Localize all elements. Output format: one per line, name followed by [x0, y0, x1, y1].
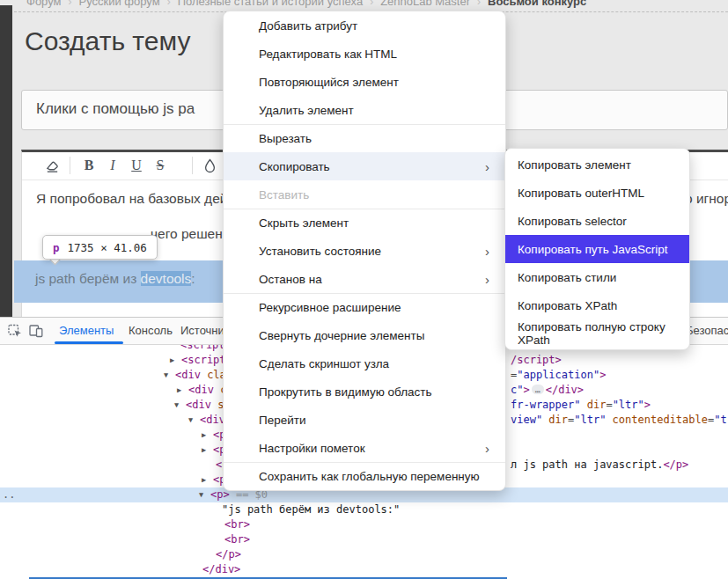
tooltip-dimensions: 1735 × 41.06: [68, 241, 147, 254]
device-toolbar-icon[interactable]: [29, 324, 43, 338]
highlighted-paragraph: js path берём из devtools:: [35, 271, 195, 287]
topic-title-value: Клики с помощью js pa: [36, 100, 195, 118]
bold-glyph: B: [85, 158, 94, 173]
droplet-icon-svg: [203, 158, 217, 173]
context-menu-item-force-state[interactable]: Установить состояние›: [224, 237, 505, 265]
context-menu-item-hide-element[interactable]: Скрыть элемент: [224, 209, 505, 237]
code-token: <div: [188, 384, 214, 396]
dom-tree-line[interactable]: <br>: [0, 532, 728, 547]
menu-item-label: Прокрутить в видимую область: [259, 385, 432, 399]
context-menu-item-expand-recursively[interactable]: Рекурсивное расширение: [224, 293, 505, 321]
menu-item-label: Останов на: [259, 273, 322, 286]
code-token: <br>: [224, 518, 250, 531]
context-menu-item-capture-node-screenshot[interactable]: Сделать скриншот узла: [224, 349, 505, 377]
context-menu-item-repeating-element[interactable]: Повторяющийся элемент: [224, 68, 505, 96]
tree-toggle-icon[interactable]: ▶: [202, 473, 213, 487]
code-token: <div: [175, 369, 201, 381]
underline-glyph: U: [131, 158, 142, 173]
breadcrumb-item-forum[interactable]: Форум: [26, 0, 62, 8]
inspect-element-icon[interactable]: [8, 324, 22, 338]
menu-item-label: Сделать скриншот узла: [259, 357, 389, 370]
inspect-icon-svg: [8, 324, 22, 338]
code-token: </p>: [216, 548, 241, 561]
submenu-item-copy-full-xpath[interactable]: Копировать полную строку XPath: [505, 319, 689, 348]
code-token: <br>: [224, 533, 250, 546]
tree-toggle-icon[interactable]: ▶: [202, 428, 213, 443]
breadcrumb-item-russian-forum[interactable]: Русский форум: [79, 0, 160, 8]
context-menu-item-cut[interactable]: Вырезать: [224, 124, 505, 152]
context-menu-item-scroll-into-view[interactable]: Прокрутить в видимую область: [224, 377, 505, 406]
underline-button[interactable]: U: [124, 155, 149, 176]
menu-item-label: Удалить элемент: [259, 104, 354, 117]
submenu-item-copy-js-path[interactable]: Копировать путь JavaScript: [505, 235, 689, 263]
element-size-tooltip: p 1735 × 41.06: [42, 235, 158, 260]
submenu-item-copy-styles[interactable]: Копировать стили: [505, 263, 689, 291]
context-menu-item-add-attribute[interactable]: Добавить атрибут: [224, 11, 505, 40]
tree-toggle-icon[interactable]: ▶: [202, 443, 213, 458]
menu-item-label: Перейти: [259, 414, 306, 427]
breadcrumb-separator-icon: ›: [167, 0, 171, 8]
code-token: </div>: [546, 384, 584, 396]
submenu-item-copy-element[interactable]: Копировать элемент: [505, 150, 689, 179]
tree-toggle-icon[interactable]: ▼: [199, 487, 210, 502]
screenshot-root: Форум›Русский форум›Полезные статьи и ис…: [0, 0, 728, 579]
dom-tree-line[interactable]: </p>: [0, 547, 728, 562]
submenu-chevron-icon: ›: [485, 244, 489, 259]
tree-toggle-icon[interactable]: ▼: [188, 413, 200, 428]
context-menu-item-break-on[interactable]: Останов на›: [224, 265, 505, 293]
context-menu-item-store-as-global[interactable]: Сохранить как глобальную переменную: [224, 462, 505, 490]
submenu-item-copy-outerhtml[interactable]: Копировать outerHTML: [505, 179, 689, 207]
tab-elements[interactable]: Элементы: [59, 324, 114, 337]
context-menu-item-edit-as-html[interactable]: Редактировать как HTML: [224, 40, 505, 68]
menu-item-label: Установить состояние: [259, 245, 381, 258]
dom-tree-line[interactable]: "js path берём из devtools:": [0, 502, 728, 517]
menu-item-label: Редактировать как HTML: [259, 48, 397, 61]
menu-item-label: Копировать путь JavaScript: [518, 243, 668, 256]
code-token: "true": [714, 414, 728, 426]
breadcrumb-item-zennolab-master[interactable]: ZennoLab Master: [380, 0, 470, 8]
dom-tree-line[interactable]: <br>: [0, 517, 728, 532]
dom-tree-line[interactable]: </div>: [0, 562, 728, 577]
context-menu-item-collapse-children[interactable]: Свернуть дочерние элементы: [224, 321, 505, 349]
highlighted-text: :: [191, 271, 195, 286]
inline-expand-icon[interactable]: …: [532, 385, 544, 394]
tree-toggle-icon[interactable]: ▶: [170, 353, 181, 368]
toolbar-divider: [70, 157, 70, 174]
code-token: dir: [542, 414, 568, 426]
menu-item-label: Вырезать: [259, 132, 312, 145]
context-menu-item-focus[interactable]: Перейти: [224, 406, 505, 434]
tab-security[interactable]: Безопасность: [686, 324, 728, 337]
post-paragraph-fragment: о игнор: [685, 191, 728, 207]
strikethrough-button[interactable]: S: [148, 155, 173, 176]
breadcrumb-item-articles[interactable]: Полезные статьи и истории успеха: [178, 0, 363, 8]
tab-console[interactable]: Консоль: [129, 324, 173, 337]
menu-item-label: Скопировать: [259, 160, 330, 173]
code-token: <div: [200, 414, 225, 426]
bold-button[interactable]: B: [77, 155, 101, 176]
code-token: /script>: [511, 354, 562, 366]
context-menu-item-copy[interactable]: Скопировать›: [224, 152, 505, 180]
tree-toggle-icon[interactable]: ▼: [164, 368, 175, 383]
text-color-icon[interactable]: [197, 155, 222, 176]
eraser-icon[interactable]: [40, 155, 64, 176]
highlighted-text: js path берём из: [35, 271, 141, 286]
menu-item-label: Копировать selector: [518, 215, 627, 228]
breadcrumb-item-current[interactable]: Восьмой конкурс: [488, 0, 586, 8]
tree-toggle-icon[interactable]: ▶: [177, 383, 188, 398]
menu-item-label: Копировать стили: [518, 271, 616, 284]
submenu-chevron-icon: ›: [485, 272, 489, 287]
menu-item-label: Настройки пометок: [259, 442, 365, 455]
code-token: </p>: [663, 458, 688, 471]
code-token: "ltr": [574, 414, 606, 426]
code-token: "ltr": [613, 399, 644, 411]
code-token: "js path берём из devtools:": [222, 503, 400, 516]
tooltip-tag-name: p: [53, 241, 60, 254]
italic-button[interactable]: I: [100, 155, 125, 176]
submenu-item-copy-xpath[interactable]: Копировать XPath: [505, 291, 689, 319]
submenu-item-copy-selector[interactable]: Копировать selector: [505, 207, 689, 235]
code-token: view": [511, 414, 542, 426]
context-menu-item-badge-settings[interactable]: Настройки пометок›: [224, 434, 505, 462]
menu-item-label: Копировать элемент: [518, 158, 631, 172]
context-menu-item-delete-element[interactable]: Удалить элемент: [224, 96, 505, 124]
tree-toggle-icon[interactable]: ▼: [174, 398, 186, 413]
